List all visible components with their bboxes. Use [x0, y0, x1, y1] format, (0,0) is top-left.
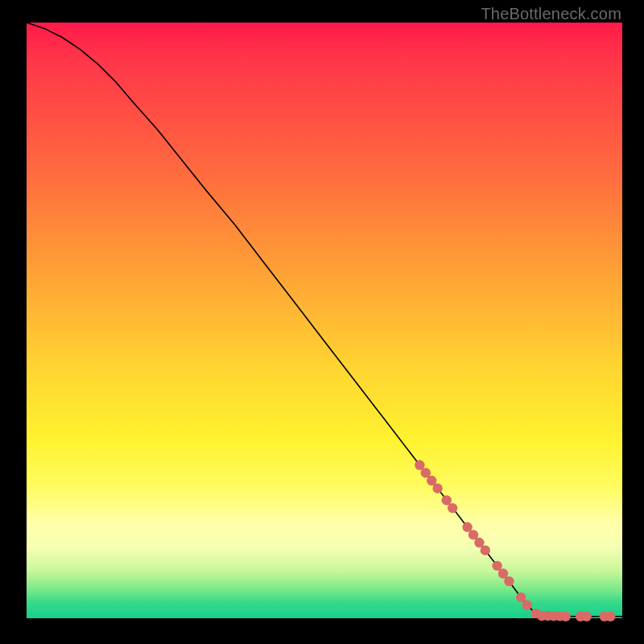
- data-dots: [415, 460, 615, 621]
- data-point: [581, 612, 591, 621]
- plot-area: [27, 23, 622, 618]
- data-point: [504, 576, 514, 586]
- data-point: [432, 483, 442, 493]
- curve-layer: [27, 23, 622, 618]
- data-point: [605, 612, 615, 621]
- data-point: [561, 612, 571, 621]
- watermark-text: TheBottleneck.com: [481, 5, 621, 23]
- main-curve: [27, 23, 622, 617]
- data-point: [481, 545, 490, 555]
- data-point: [522, 601, 531, 610]
- chart-container: TheBottleneck.com: [0, 0, 644, 644]
- data-point: [448, 503, 457, 513]
